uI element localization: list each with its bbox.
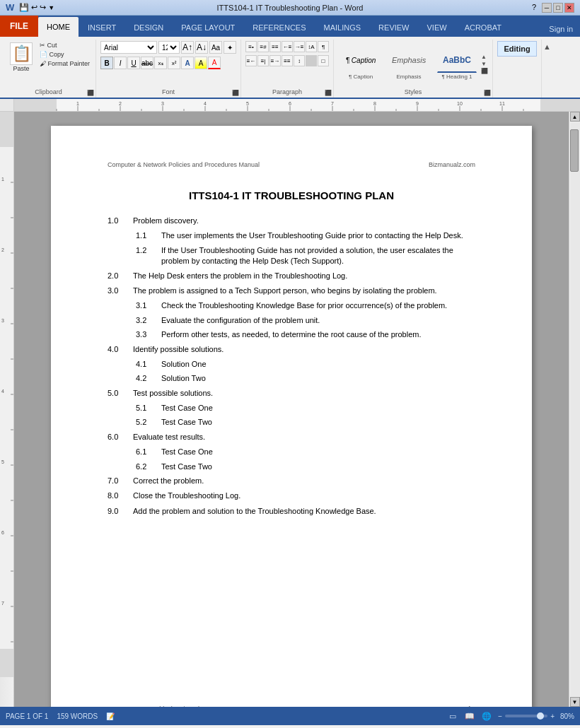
restore-button[interactable]: □ (553, 3, 563, 13)
undo-icon[interactable]: ↩ (31, 3, 37, 12)
tab-mailings[interactable]: MAILINGS (315, 18, 370, 37)
cut-button[interactable]: ✂ Cut (38, 41, 91, 49)
font-expand-icon[interactable]: ⬛ (232, 90, 239, 96)
scroll-track[interactable] (570, 122, 580, 696)
vertical-scrollbar[interactable]: ▲ ▼ (569, 112, 580, 707)
tab-design[interactable]: DESIGN (125, 18, 172, 37)
decrease-font-button[interactable]: A↓ (195, 41, 208, 54)
sub-row[interactable]: 3.1Check the Troubleshooting Knowledge B… (136, 300, 475, 311)
print-layout-button[interactable]: ▭ (447, 712, 458, 721)
underline-button[interactable]: U (127, 57, 140, 69)
scroll-down-button[interactable]: ▼ (570, 697, 580, 707)
number-list-button[interactable]: ≡# (257, 41, 269, 52)
line-spacing-button[interactable]: ↕ (294, 55, 305, 66)
styles-scroll-up[interactable]: ▲ (481, 54, 488, 60)
minimize-button[interactable]: ─ (542, 3, 552, 13)
sort-button[interactable]: ↕A (306, 41, 317, 52)
font-color-button[interactable]: A (208, 57, 221, 69)
zoom-thumb[interactable] (537, 712, 544, 720)
bold-button[interactable]: B (100, 57, 113, 69)
tab-references[interactable]: REFERENCES (244, 18, 314, 37)
copy-button[interactable]: 📄 Copy (38, 50, 91, 59)
sub-row[interactable]: 6.2Test Case Two (136, 462, 475, 472)
align-center-button[interactable]: ≡| (257, 55, 269, 66)
text-highlight-button[interactable]: A (195, 57, 207, 69)
tab-insert[interactable]: INSERT (79, 18, 124, 37)
sub-row[interactable]: 4.1Solution One (136, 359, 475, 370)
align-left-button[interactable]: ≡← (245, 55, 257, 66)
tab-file[interactable]: FILE (0, 16, 38, 37)
help-button[interactable]: ? (532, 3, 536, 13)
save-icon[interactable]: 💾 (19, 3, 29, 12)
section-row[interactable]: 7.0Correct the problem. (108, 476, 475, 486)
read-mode-button[interactable]: 📖 (464, 712, 475, 721)
tab-page-layout[interactable]: PAGE LAYOUT (173, 18, 243, 37)
strikethrough-button[interactable]: abc (141, 57, 153, 69)
paste-button[interactable]: 📋 Paste (6, 41, 37, 74)
sub-row[interactable]: 5.1Test Case One (136, 403, 475, 413)
zoom-level[interactable]: 80% (560, 712, 574, 720)
sub-row[interactable]: 1.1The user implements the User Troubles… (136, 230, 475, 241)
styles-scroll-down[interactable]: ▼ (481, 61, 488, 67)
text-effects-button[interactable]: A (181, 57, 194, 69)
superscript-button[interactable]: x² (168, 57, 180, 69)
subscript-button[interactable]: x₂ (154, 57, 167, 69)
sub-row[interactable]: 3.2Evaluate the configuration of the pro… (136, 315, 475, 326)
increase-font-button[interactable]: A↑ (181, 41, 194, 54)
ribbon-collapse[interactable]: ▲ (542, 40, 552, 98)
content-area[interactable]: Computer & Network Policies and Procedur… (14, 112, 569, 707)
sub-row[interactable]: 4.2Solution Two (136, 373, 475, 384)
sub-row[interactable]: 3.3Perform other tests, as needed, to de… (136, 329, 475, 340)
font-name-select[interactable]: Arial (100, 41, 157, 54)
customize-icon[interactable]: ▼ (48, 4, 54, 11)
document-page[interactable]: Computer & Network Policies and Procedur… (51, 126, 532, 707)
ruler-corner[interactable] (0, 99, 14, 112)
shading-button[interactable] (306, 55, 317, 66)
tab-acrobat[interactable]: ACROBAT (456, 18, 510, 37)
section-row[interactable]: 8.0Close the Troubleshooting Log. (108, 491, 475, 501)
format-painter-button[interactable]: 🖌 Format Painter (38, 59, 91, 68)
section-row[interactable]: 2.0The Help Desk enters the problem in t… (108, 271, 475, 281)
styles-expand-arrow[interactable]: ⬛ (481, 68, 488, 74)
border-button[interactable]: □ (318, 55, 329, 66)
sign-in-button[interactable]: Sign in (542, 21, 580, 37)
tab-review[interactable]: REVIEW (370, 18, 417, 37)
close-button[interactable]: ✕ (564, 3, 574, 13)
section-row[interactable]: 9.0Add the problem and solution to the T… (108, 506, 475, 517)
scroll-up-button[interactable]: ▲ (570, 112, 580, 122)
section-row[interactable]: 1.0Problem discovery. (108, 216, 475, 226)
increase-indent-button[interactable]: →≡ (294, 41, 305, 52)
scroll-thumb[interactable] (570, 129, 579, 172)
web-layout-button[interactable]: 🌐 (481, 712, 492, 721)
zoom-out-button[interactable]: − (498, 712, 502, 720)
sub-row[interactable]: 6.1Test Case One (136, 447, 475, 457)
decrease-indent-button[interactable]: ←≡ (282, 41, 293, 52)
sub-row[interactable]: 5.2Test Case Two (136, 417, 475, 428)
show-marks-button[interactable]: ¶ (318, 41, 329, 52)
change-case-button[interactable]: Aa (209, 41, 222, 54)
clear-format-button[interactable]: ✦ (224, 41, 236, 54)
tab-view[interactable]: VIEW (419, 18, 456, 37)
zoom-slider[interactable] (505, 715, 547, 717)
document-title[interactable]: ITTS104-1 IT TROUBLESHOOTING PLAN (108, 189, 475, 201)
italic-button[interactable]: I (114, 57, 127, 69)
zoom-in-button[interactable]: + (550, 712, 555, 720)
section-row[interactable]: 3.0The problem is assigned to a Tech Sup… (108, 286, 475, 296)
font-size-select[interactable]: 12 (158, 41, 180, 54)
paragraph-expand-icon[interactable]: ⬛ (325, 90, 332, 96)
section-row[interactable]: 6.0Evaluate test results. (108, 432, 475, 442)
style-caption[interactable]: ¶ Caption ¶ Caption (338, 46, 383, 81)
document-check-icon[interactable]: 📝 (106, 712, 115, 720)
bullet-list-button[interactable]: ≡• (245, 41, 257, 52)
tab-home[interactable]: HOME (38, 17, 79, 37)
section-row[interactable]: 4.0Identify possible solutions. (108, 344, 475, 355)
document-content[interactable]: 1.0Problem discovery.1.1The user impleme… (108, 216, 475, 517)
redo-icon[interactable]: ↪ (40, 3, 46, 12)
section-row[interactable]: 5.0Test possible solutions. (108, 388, 475, 399)
multi-list-button[interactable]: ≡≡ (269, 41, 281, 52)
sub-row[interactable]: 1.2If the User Troubleshooting Guide has… (136, 245, 475, 267)
style-emphasis[interactable]: Emphasis Emphasis (386, 46, 431, 81)
styles-expand-icon[interactable]: ⬛ (484, 90, 491, 96)
clipboard-expand-icon[interactable]: ⬛ (87, 90, 94, 96)
align-right-button[interactable]: ≡→ (269, 55, 281, 66)
